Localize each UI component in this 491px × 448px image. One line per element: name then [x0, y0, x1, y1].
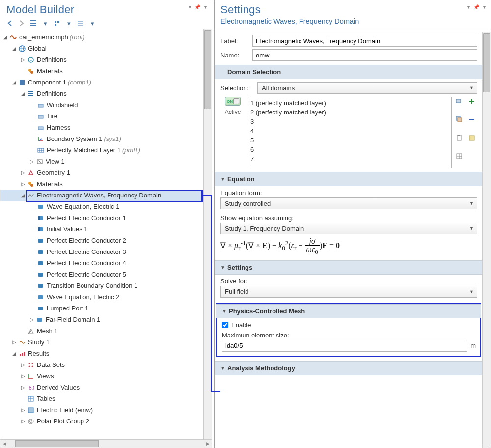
label-input[interactable]: [252, 35, 477, 47]
sort-icon[interactable]: ▾: [64, 19, 73, 28]
equation-header[interactable]: ▼Equation: [215, 172, 482, 186]
expand-icon[interactable]: ◢: [20, 91, 26, 96]
tree-root[interactable]: ◢car_emiemc.mph(root): [0, 31, 203, 43]
scrollbar-thumb[interactable]: [15, 440, 99, 447]
filter-icon[interactable]: ▾: [88, 19, 97, 28]
expand-icon[interactable]: ◢: [11, 46, 17, 51]
tree-harness[interactable]: Harness: [0, 122, 203, 133]
scroll-right-button[interactable]: ▶: [204, 440, 212, 448]
analysis-header[interactable]: ▼Analysis Methodology: [215, 361, 482, 375]
settings-scrollbar-vertical[interactable]: [482, 32, 491, 448]
domain-item[interactable]: 4: [250, 126, 449, 136]
collapse-icon[interactable]: [29, 19, 38, 28]
expand-icon[interactable]: ▷: [20, 170, 26, 175]
tree-scrollbar-horizontal[interactable]: ◀ ▶: [0, 439, 212, 448]
tree-view1[interactable]: ▷View 1: [0, 156, 203, 167]
expand-icon[interactable]: ▷: [20, 385, 26, 390]
tree-tables[interactable]: Tables: [0, 393, 203, 404]
domain-item[interactable]: 1 (perfectly matched layer): [250, 98, 449, 108]
expand-icon[interactable]: ◢: [20, 193, 26, 198]
tree-polar[interactable]: ▷Polar Plot Group 2: [0, 416, 203, 427]
tree-study1[interactable]: ▷Study 1: [0, 336, 203, 348]
expand-icon[interactable]: ◢: [11, 351, 17, 356]
tree-pec3[interactable]: Perfect Electric Conductor 3: [0, 246, 203, 257]
tree-defs-comp[interactable]: ◢Definitions: [0, 88, 203, 99]
domain-item[interactable]: 7: [250, 154, 449, 164]
tree-geom[interactable]: ▷Geometry 1: [0, 167, 203, 178]
domain-item[interactable]: 5: [250, 136, 449, 145]
tree-emw[interactable]: ◢Electromagnetic Waves, Frequency Domain: [0, 190, 203, 201]
minimize-icon[interactable]: ▾: [186, 3, 193, 10]
tree-datasets[interactable]: ▷Data Sets: [0, 359, 203, 370]
model-tree[interactable]: ◢car_emiemc.mph(root) ◢Global ▷≡Definiti…: [0, 29, 203, 439]
tree-icon[interactable]: [53, 19, 61, 28]
zoom-extents-icon[interactable]: [455, 152, 464, 161]
expand-icon[interactable]: ▷: [20, 362, 26, 367]
copy-selection-icon[interactable]: [455, 115, 464, 124]
active-toggle[interactable]: ON: [225, 97, 241, 106]
tree-pec1[interactable]: Perfect Electric Conductor 1: [0, 212, 203, 224]
expand-icon[interactable]: ▷: [29, 159, 35, 164]
tree-pec5[interactable]: Perfect Electric Conductor 5: [0, 269, 203, 280]
scroll-left-button[interactable]: ◀: [0, 440, 8, 448]
max-elem-input[interactable]: [222, 340, 467, 352]
back-button[interactable]: [5, 19, 14, 28]
tree-defs-global[interactable]: ▷≡Definitions: [0, 54, 203, 65]
tree-pec4[interactable]: Perfect Electric Conductor 4: [0, 257, 203, 269]
name-input[interactable]: [252, 49, 477, 61]
expand-icon[interactable]: ▷: [20, 57, 26, 62]
menu-icon[interactable]: ▾: [202, 3, 209, 10]
tree-mesh1[interactable]: Mesh 1: [0, 325, 203, 336]
domain-item[interactable]: 2 (perfectly matched layer): [250, 108, 449, 117]
tree-comp1[interactable]: ◢Component 1(comp1): [0, 77, 203, 88]
add-icon[interactable]: [467, 97, 476, 106]
expand-icon[interactable]: ▷: [20, 407, 26, 413]
expand-icon[interactable]: ▷: [20, 373, 26, 379]
tree-materials[interactable]: ▷Materials: [0, 65, 203, 77]
mesh-section-header[interactable]: ▼Physics-Controlled Mesh: [216, 304, 481, 318]
pin-icon[interactable]: 📌: [473, 3, 480, 10]
pin-icon[interactable]: 📌: [194, 3, 201, 10]
domain-item[interactable]: 6: [250, 145, 449, 154]
remove-icon[interactable]: [467, 115, 476, 124]
menu-icon[interactable]: ▾: [481, 3, 488, 10]
tree-wave-eq2[interactable]: Wave Equation, Electric 2: [0, 291, 203, 303]
tree-pml[interactable]: Perfectly Matched Layer 1(pml1): [0, 144, 203, 156]
tree-results[interactable]: ◢Results: [0, 348, 203, 359]
clear-icon[interactable]: [467, 134, 476, 142]
domain-item[interactable]: 3: [250, 117, 449, 126]
tree-tbc1[interactable]: Transition Boundary Condition 1: [0, 280, 203, 291]
tree-lport1[interactable]: Lumped Port 1: [0, 303, 203, 314]
expand-icon[interactable]: ▷: [20, 419, 26, 424]
settings-section-header[interactable]: ▼Settings: [215, 260, 482, 275]
tree-iv1[interactable]: Initial Values 1: [0, 224, 203, 235]
list-icon[interactable]: [76, 19, 85, 28]
domain-selection-header[interactable]: Domain Selection: [215, 65, 482, 79]
expand-icon[interactable]: ◢: [2, 34, 8, 40]
expand-icon[interactable]: ▷: [11, 339, 17, 345]
tree-bsys[interactable]: Boundary System 1(sys1): [0, 133, 203, 144]
minimize-icon[interactable]: ▾: [465, 3, 472, 10]
show-eq-dropdown[interactable]: Study 1, Frequency Domain: [220, 223, 477, 234]
scrollbar-thumb[interactable]: [483, 33, 490, 92]
expand-icon[interactable]: ◢: [11, 80, 17, 85]
tree-materials2[interactable]: ▷Materials: [0, 178, 203, 190]
tree-ffd1[interactable]: ▷Far-Field Domain 1: [0, 314, 203, 325]
forward-button[interactable]: [17, 19, 26, 28]
enable-checkbox[interactable]: [222, 322, 228, 328]
eqform-dropdown[interactable]: Study controlled: [220, 197, 477, 209]
scrollbar-thumb[interactable]: [204, 30, 211, 109]
solve-dropdown[interactable]: Full field: [220, 286, 477, 298]
tree-pec2[interactable]: Perfect Electric Conductor 2: [0, 235, 203, 246]
paste-selection-icon[interactable]: [455, 134, 464, 142]
tree-windshield[interactable]: Windshield: [0, 99, 203, 111]
domain-list[interactable]: 1 (perfectly matched layer) 2 (perfectly…: [248, 97, 452, 168]
expand-icon[interactable]: ▷: [20, 181, 26, 187]
tree-derived[interactable]: ▷8.85Derived Values: [0, 382, 203, 393]
tree-global[interactable]: ◢Global: [0, 43, 203, 54]
expand-icon[interactable]: ▷: [29, 317, 35, 322]
selection-dropdown[interactable]: All domains: [257, 82, 477, 94]
tree-tire[interactable]: Tire: [0, 111, 203, 122]
expand-icon[interactable]: ▾: [41, 19, 50, 28]
tree-wave-eq1[interactable]: Wave Equation, Electric 1: [0, 201, 203, 212]
